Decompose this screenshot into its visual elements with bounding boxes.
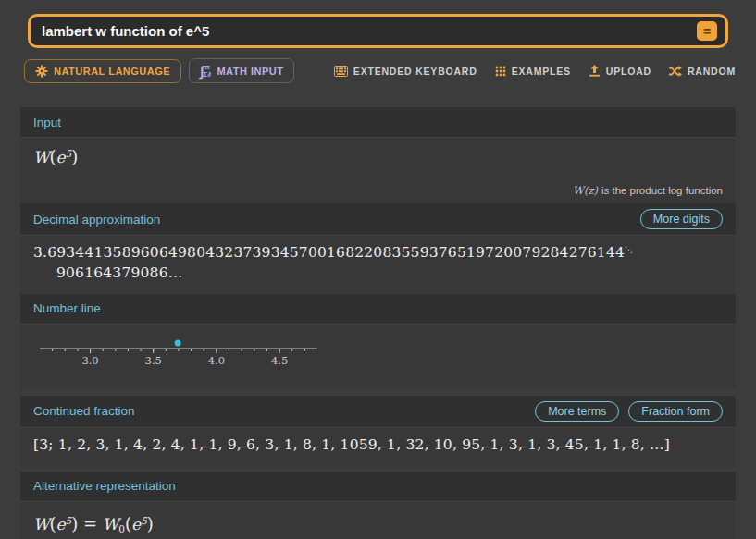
svg-text:4.0: 4.0 — [208, 354, 225, 367]
pod-title-input: Input — [33, 116, 61, 129]
submit-button[interactable]: = — [697, 21, 717, 41]
gear-icon — [35, 65, 48, 78]
number-line-pod-content: 3.03.54.04.5 — [20, 325, 736, 388]
random-button[interactable]: RANDOM — [669, 66, 736, 77]
decimal-line-1: 3.69344135896064980432373934570016822083… — [33, 242, 723, 263]
fraction-form-button[interactable]: Fraction form — [628, 401, 723, 422]
grid-dots-icon — [495, 66, 506, 77]
more-digits-button[interactable]: More digits — [640, 209, 723, 229]
pod-group-main: Input W(e5) W(z)is the product log funct… — [20, 107, 736, 388]
pod-group-continued-fraction: Continued fraction More terms Fraction f… — [20, 396, 736, 467]
input-pod-content: W(e5) W(z)is the product log function — [20, 138, 736, 203]
utility-toolbar: EXTENDED KEYBOARD EXAMPLES UPLOAD — [334, 65, 736, 77]
decimal-pod-content: 3.69344135896064980432373934570016822083… — [20, 236, 736, 294]
svg-text:3.5: 3.5 — [145, 354, 162, 367]
extended-keyboard-label: EXTENDED KEYBOARD — [353, 66, 477, 77]
upload-button[interactable]: UPLOAD — [589, 65, 651, 77]
continued-fraction-pod-content: [3; 1, 2, 3, 1, 4, 2, 4, 1, 1, 9, 6, 3, … — [20, 428, 736, 467]
pod-group-alternative: Alternative representation W(e5) = W0(e5… — [20, 472, 736, 539]
svg-text:4.5: 4.5 — [271, 354, 288, 367]
continued-fraction-pod-header: Continued fraction More terms Fraction f… — [20, 396, 736, 428]
extended-keyboard-button[interactable]: EXTENDED KEYBOARD — [334, 66, 477, 77]
input-pod-header: Input — [20, 107, 736, 138]
random-label: RANDOM — [688, 66, 736, 77]
results-area: Input W(e5) W(z)is the product log funct… — [20, 107, 736, 539]
search-input[interactable] — [42, 23, 697, 39]
integral-icon: ∫ π Σ∂ — [200, 64, 211, 78]
more-terms-button[interactable]: More terms — [535, 401, 619, 422]
shuffle-icon — [669, 66, 682, 77]
number-line-point — [175, 339, 181, 346]
math-input-label: MATH INPUT — [217, 66, 283, 77]
equals-icon: = — [703, 25, 711, 38]
number-line-pod-header: Number line — [20, 294, 736, 325]
natural-language-label: NATURAL LANGUAGE — [54, 66, 170, 77]
search-bar: = — [28, 14, 728, 48]
pod-title-alternative: Alternative representation — [33, 479, 176, 493]
number-line-plot: 3.03.54.04.5 — [34, 329, 321, 372]
decimal-pod-header: Decimal approximation More digits — [20, 203, 736, 236]
upload-label: UPLOAD — [606, 66, 651, 77]
decimal-line-2: 906164379086… — [33, 263, 723, 283]
alternative-pod-header: Alternative representation — [20, 472, 736, 502]
natural-language-button[interactable]: NATURAL LANGUAGE — [24, 59, 181, 83]
upload-arrow-icon — [589, 65, 601, 77]
alternative-equation: W(e5) = W0(e5) — [33, 515, 154, 533]
input-mode-toolbar: NATURAL LANGUAGE ∫ π Σ∂ MATH INPUT — [24, 58, 736, 83]
productlog-note: W(z)is the product log function — [573, 184, 723, 197]
alternative-pod-content: W(e5) = W0(e5) — [20, 502, 736, 539]
examples-button[interactable]: EXAMPLES — [495, 66, 571, 77]
pod-title-continued-fraction: Continued fraction — [33, 404, 135, 418]
keyboard-icon — [334, 66, 348, 77]
pod-title-decimal: Decimal approximation — [33, 213, 160, 227]
examples-label: EXAMPLES — [512, 66, 571, 77]
math-input-button[interactable]: ∫ π Σ∂ MATH INPUT — [189, 58, 294, 83]
input-expression: W(e5) — [33, 147, 78, 166]
line-wrap-mark: ⋱ — [625, 245, 633, 254]
pod-title-number-line: Number line — [33, 301, 101, 315]
svg-text:3.0: 3.0 — [81, 354, 98, 367]
